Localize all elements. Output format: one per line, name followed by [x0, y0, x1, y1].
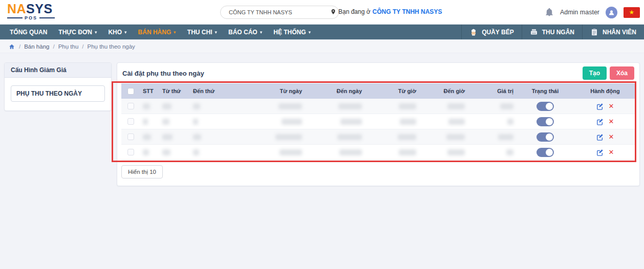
- cash-register-icon: [530, 28, 538, 36]
- redacted-cell: [399, 103, 416, 109]
- nav-item-bao-cao[interactable]: BÁO CÁO: [223, 25, 268, 39]
- nav-item-he-thong[interactable]: HỆ THỐNG: [268, 25, 316, 39]
- header-right-group: Admin master: [545, 0, 640, 25]
- surcharge-settings-card: Cài đặt phụ thu theo ngày Tạo Xóa STT Từ…: [117, 62, 640, 186]
- row-checkbox[interactable]: [127, 103, 134, 109]
- edit-icon[interactable]: [596, 103, 604, 110]
- nav-item-tong-quan[interactable]: TỔNG QUAN: [4, 25, 53, 39]
- logo-line-right: [39, 17, 55, 18]
- column-header-den-thu: Đến thứ: [191, 83, 241, 99]
- user-name[interactable]: Admin master: [560, 9, 599, 16]
- main-navigation: TỔNG QUAN THỰC ĐƠN KHO BÁN HÀNG THU CHI …: [0, 25, 644, 40]
- shortcut-nhan-vien[interactable]: NHÂN VIÊN: [582, 25, 644, 39]
- redacted-cell: [398, 134, 416, 140]
- edit-icon[interactable]: [596, 133, 604, 141]
- row-checkbox[interactable]: [127, 133, 134, 140]
- nav-item-thuc-don[interactable]: THỰC ĐƠN: [53, 25, 102, 39]
- nav-item-ban-hang[interactable]: BÁN HÀNG: [133, 25, 182, 39]
- shortcut-label: QUẦY BẾP: [482, 29, 513, 36]
- table-header-row: STT Từ thứ Đến thứ Từ ngày Đến ngày Từ g…: [121, 83, 636, 99]
- home-icon[interactable]: [8, 43, 15, 50]
- redacted-cell: [162, 103, 171, 109]
- redacted-cell: [507, 119, 513, 125]
- location-prefix-text: Bạn đang ở: [338, 8, 371, 15]
- logo-line-left: [7, 17, 23, 18]
- table-row: [121, 99, 636, 114]
- language-flag-vietnam-icon[interactable]: [624, 7, 640, 18]
- redacted-cell: [500, 103, 513, 109]
- redacted-cell: [447, 149, 465, 155]
- redacted-cell: [338, 103, 362, 109]
- nav-item-thu-chi[interactable]: THU CHI: [182, 25, 223, 39]
- column-header-gia-tri: Giá trị: [468, 83, 517, 99]
- person-icon: [608, 9, 615, 16]
- clipboard-icon: [590, 28, 598, 36]
- delete-row-icon[interactable]: [609, 149, 614, 155]
- shortcut-thu-ngan[interactable]: THU NGÂN: [522, 25, 582, 39]
- row-checkbox[interactable]: [127, 149, 134, 155]
- delete-row-icon[interactable]: [609, 133, 614, 140]
- redacted-cell: [193, 103, 200, 109]
- redacted-cell: [498, 134, 513, 140]
- nav-item-kho[interactable]: KHO: [102, 25, 132, 39]
- logo-text: NASYS: [7, 3, 65, 15]
- status-toggle[interactable]: [536, 117, 554, 126]
- edit-icon[interactable]: [596, 149, 604, 156]
- table-row: [121, 114, 636, 129]
- shortcut-quay-bep[interactable]: QUẦY BẾP: [461, 25, 521, 39]
- row-checkbox[interactable]: [127, 118, 134, 125]
- redacted-cell: [340, 119, 362, 125]
- edit-icon[interactable]: [596, 118, 604, 125]
- table-row: [121, 129, 636, 145]
- redacted-cell: [339, 149, 362, 155]
- discount-config-panel: Cấu Hình Giảm Giá PHỤ THU THEO NGÀY: [4, 62, 112, 111]
- breadcrumb: Bán hàng Phụ thu Phụ thu theo ngày: [0, 40, 644, 53]
- column-header-tu-thu: Từ thứ: [160, 83, 191, 99]
- redacted-cell: [162, 134, 173, 140]
- logo-subtitle: POS: [7, 15, 65, 20]
- sidebar-body: PHỤ THU THEO NGÀY: [5, 78, 111, 110]
- delete-row-icon[interactable]: [609, 118, 614, 125]
- notification-bell-icon[interactable]: [545, 8, 554, 17]
- breadcrumb-ban-hang[interactable]: Bán hàng: [15, 43, 49, 50]
- nasys-logo[interactable]: NASYS POS: [7, 3, 65, 20]
- avatar[interactable]: [606, 7, 617, 18]
- redacted-cell: [282, 119, 302, 125]
- column-header-tu-ngay: Từ ngày: [241, 83, 305, 99]
- status-toggle[interactable]: [536, 102, 554, 111]
- redacted-cell: [193, 119, 198, 125]
- card-header: Cài đặt phụ thu theo ngày Tạo Xóa: [121, 63, 635, 83]
- card-actions: Tạo Xóa: [583, 66, 634, 80]
- redacted-cell: [400, 119, 416, 125]
- column-header-den-ngay: Đến ngày: [305, 83, 365, 99]
- status-toggle[interactable]: [536, 148, 554, 157]
- redacted-cell: [280, 149, 302, 155]
- app: NASYS POS Bạn đang ở CÔNG TY TNHH NASYS …: [0, 0, 644, 269]
- current-location: Bạn đang ở CÔNG TY TNHH NASYS: [330, 8, 442, 15]
- table-row: [121, 145, 636, 160]
- redacted-cell: [446, 134, 465, 140]
- company-search-input[interactable]: [220, 6, 339, 19]
- redacted-cell: [399, 149, 416, 155]
- delete-button[interactable]: Xóa: [610, 66, 634, 80]
- select-all-checkbox[interactable]: [127, 88, 134, 95]
- delete-row-icon[interactable]: [609, 103, 614, 109]
- page-size-select[interactable]: Hiển thị 10: [121, 165, 163, 178]
- breadcrumb-phu-thu[interactable]: Phụ thu: [49, 43, 78, 50]
- redacted-cell: [447, 103, 465, 109]
- sidebar-item-phu-thu-theo-ngay[interactable]: PHỤ THU THEO NGÀY: [11, 85, 105, 102]
- redacted-cell: [506, 149, 513, 155]
- column-header-den-gio: Đến giờ: [419, 83, 468, 99]
- redacted-cell: [143, 134, 151, 140]
- shortcut-label: NHÂN VIÊN: [603, 29, 636, 36]
- status-toggle[interactable]: [536, 132, 554, 142]
- logo-text-sys: SYS: [26, 2, 53, 16]
- current-store-link[interactable]: CÔNG TY TNHH NASYS: [373, 8, 442, 15]
- redacted-cell: [337, 134, 362, 140]
- redacted-cell: [278, 103, 302, 109]
- redacted-cell: [193, 134, 201, 140]
- create-button[interactable]: Tạo: [583, 66, 607, 80]
- location-pin-icon: [330, 8, 336, 15]
- redacted-cell: [162, 149, 170, 155]
- redacted-cell: [448, 119, 465, 125]
